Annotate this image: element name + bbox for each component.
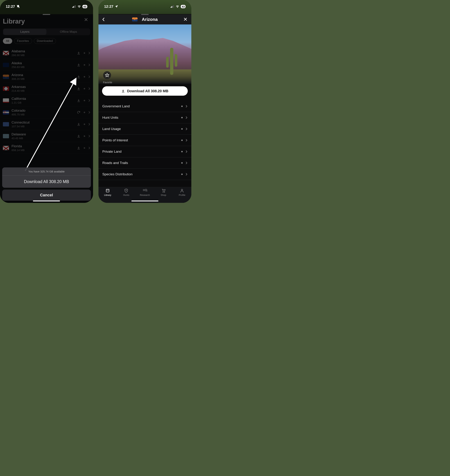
status-dot-icon xyxy=(181,128,183,130)
status-dot-icon xyxy=(181,139,183,141)
svg-point-23 xyxy=(163,192,163,192)
shield-icon xyxy=(124,188,128,193)
library-icon xyxy=(106,188,110,193)
sheet-download-all-button[interactable]: Download All 308.20 MB xyxy=(2,176,91,188)
chevron-right-icon[interactable] xyxy=(186,150,187,153)
status-dot-icon xyxy=(181,117,183,118)
chevron-right-icon[interactable] xyxy=(186,139,187,142)
chevron-right-icon[interactable] xyxy=(186,116,187,119)
svg-rect-4 xyxy=(75,5,76,8)
cactus-illustration xyxy=(170,48,173,75)
bell-off-icon xyxy=(16,5,20,8)
back-button[interactable] xyxy=(102,17,105,22)
category-row-land-usage[interactable]: Land Usage xyxy=(98,123,191,135)
svg-rect-10 xyxy=(172,6,172,8)
svg-line-22 xyxy=(147,191,147,191)
chevron-right-icon[interactable] xyxy=(186,162,187,164)
status-dot-icon xyxy=(181,162,183,164)
category-label: Government Land xyxy=(102,104,130,108)
home-indicator[interactable] xyxy=(131,201,158,201)
status-bar: 12:27 43 xyxy=(98,1,191,12)
svg-marker-15 xyxy=(105,73,109,77)
status-bar: 12:27 43 xyxy=(0,1,93,12)
location-icon xyxy=(115,5,118,8)
status-dot-icon xyxy=(181,151,183,152)
chevron-right-icon[interactable] xyxy=(186,105,187,108)
category-label: Private Land xyxy=(102,150,122,154)
svg-rect-11 xyxy=(172,6,173,8)
phone-right-arizona: 12:27 43 Arizona Favorite Download xyxy=(98,0,191,203)
home-indicator[interactable] xyxy=(33,201,60,201)
favorite-button[interactable] xyxy=(103,71,111,79)
research-icon xyxy=(142,188,147,193)
svg-rect-12 xyxy=(173,5,174,8)
status-time: 12:27 xyxy=(6,5,15,9)
tab-profile[interactable]: Profile xyxy=(173,188,191,203)
action-sheet: You have 325.74 GB available Download Al… xyxy=(2,168,91,201)
category-row-roads-and-trails[interactable]: Roads and Trails xyxy=(98,157,191,169)
category-row-points-of-interest[interactable]: Points of Interest xyxy=(98,135,191,146)
hero-image xyxy=(98,24,191,84)
status-dot-icon xyxy=(181,174,183,175)
chevron-right-icon[interactable] xyxy=(186,128,187,130)
category-row-government-land[interactable]: Government Land xyxy=(98,101,191,112)
cellular-icon xyxy=(72,5,76,8)
battery-level: 43 xyxy=(83,5,87,8)
category-row-hunt-units[interactable]: Hunt Units xyxy=(98,112,191,123)
arizona-flag-icon xyxy=(132,17,137,21)
profile-icon xyxy=(180,188,184,193)
cart-icon xyxy=(161,188,166,193)
close-icon[interactable] xyxy=(184,17,187,21)
category-label: Roads and Trails xyxy=(102,161,128,165)
phone-left-library: 12:27 43 Library Layers Offline Maps All… xyxy=(0,0,93,203)
status-dot-icon xyxy=(181,105,183,107)
svg-rect-16 xyxy=(106,189,109,192)
svg-rect-1 xyxy=(72,7,73,8)
category-list[interactable]: Government LandHunt UnitsLand UsagePoint… xyxy=(98,101,191,187)
chevron-right-icon[interactable] xyxy=(186,173,187,176)
download-all-label: Download All 308.20 MB xyxy=(127,89,168,93)
category-row-species-distribution[interactable]: Species Distribution xyxy=(98,169,191,180)
sheet-cancel-button[interactable]: Cancel xyxy=(2,190,91,201)
category-row-private-land[interactable]: Private Land xyxy=(98,146,191,157)
category-label: Species Distribution xyxy=(102,172,133,176)
category-label: Land Usage xyxy=(102,127,121,131)
wifi-icon xyxy=(77,5,81,8)
download-all-button[interactable]: Download All 308.20 MB xyxy=(102,86,188,96)
category-label: Points of Interest xyxy=(102,138,128,142)
category-label: Hunt Units xyxy=(102,116,118,120)
svg-point-21 xyxy=(145,189,147,191)
sheet-storage-available: You have 325.74 GB available xyxy=(2,168,91,176)
detail-title: Arizona xyxy=(142,17,158,22)
sheet-handle[interactable] xyxy=(43,14,50,15)
svg-point-25 xyxy=(181,189,183,191)
detail-header: Arizona xyxy=(98,14,191,24)
svg-point-24 xyxy=(164,192,165,192)
svg-rect-2 xyxy=(73,6,74,8)
cellular-icon xyxy=(171,5,174,8)
svg-rect-9 xyxy=(171,7,171,8)
svg-point-18 xyxy=(126,190,127,191)
wifi-icon xyxy=(176,5,179,8)
battery-level: 43 xyxy=(181,5,186,8)
tab-library[interactable]: Library xyxy=(98,188,117,203)
favorite-label: Favorite xyxy=(103,81,112,84)
svg-rect-3 xyxy=(74,6,75,8)
sheet-handle[interactable] xyxy=(141,14,149,15)
status-time: 12:27 xyxy=(104,5,113,9)
